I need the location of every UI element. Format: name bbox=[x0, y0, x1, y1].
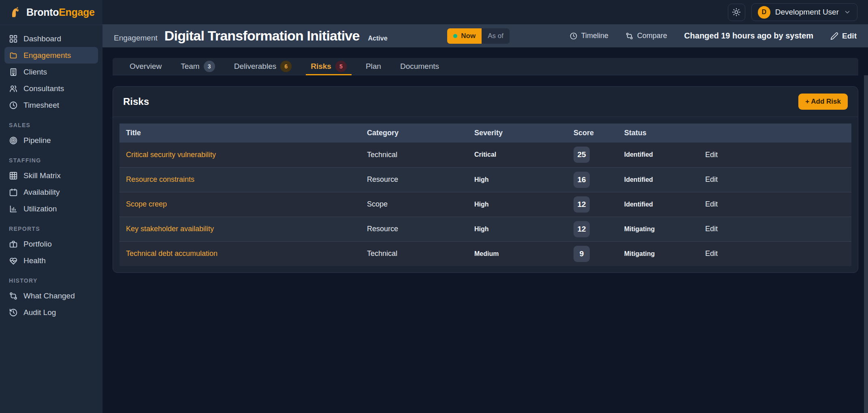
edit-risk-link[interactable]: Edit bbox=[705, 200, 718, 208]
edit-button[interactable]: Edit bbox=[830, 32, 857, 40]
risk-status: Mitigating bbox=[618, 217, 699, 241]
risk-severity: Critical bbox=[468, 143, 567, 167]
tab-documents[interactable]: Documents bbox=[400, 58, 439, 75]
sidebar-item-what-changed[interactable]: What Changed bbox=[4, 287, 98, 304]
sidebar-item-dashboard[interactable]: Dashboard bbox=[4, 30, 98, 47]
risk-score-badge: 12 bbox=[574, 196, 590, 213]
tab-label: Deliverables bbox=[234, 62, 277, 71]
git-compare-icon bbox=[9, 292, 18, 300]
sidebar-section-sales: SALES bbox=[9, 122, 94, 128]
compare-label: Compare bbox=[637, 32, 667, 40]
deliverables-count-badge: 6 bbox=[280, 61, 292, 72]
table-row: Scope creep Scope High 12 Identified Edi… bbox=[119, 192, 851, 217]
compare-button[interactable]: Compare bbox=[625, 32, 667, 40]
sidebar-item-availability[interactable]: Availability bbox=[4, 184, 98, 200]
sidebar-section-reports: REPORTS bbox=[9, 226, 94, 232]
risk-severity: High bbox=[468, 217, 567, 241]
sidebar-item-consultants[interactable]: Consultants bbox=[4, 80, 98, 97]
sidebar-item-label: Portfolio bbox=[23, 240, 52, 249]
column-header-status: Status bbox=[618, 123, 699, 143]
tab-risks[interactable]: Risks5 bbox=[311, 58, 347, 75]
sidebar-item-label: Engagements bbox=[23, 51, 71, 60]
timeline-button[interactable]: Timeline bbox=[569, 32, 608, 40]
tab-team[interactable]: Team3 bbox=[181, 58, 215, 75]
sidebar-item-engagements[interactable]: Engagements bbox=[4, 47, 98, 64]
risk-title-link[interactable]: Critical security vulnerability bbox=[126, 151, 216, 159]
sidebar-item-skill-matrix[interactable]: Skill Matrix bbox=[4, 167, 98, 184]
add-risk-button[interactable]: + Add Risk bbox=[798, 94, 848, 110]
sidebar-item-health[interactable]: Health bbox=[4, 252, 98, 269]
sidebar-item-portfolio[interactable]: Portfolio bbox=[4, 236, 98, 252]
sidebar-item-utilization[interactable]: Utilization bbox=[4, 200, 98, 217]
risk-status: Mitigating bbox=[618, 241, 699, 266]
risk-title-link[interactable]: Resource constraints bbox=[126, 175, 194, 183]
risk-category: Resource bbox=[360, 217, 468, 241]
sidebar-section-history: HISTORY bbox=[9, 277, 94, 284]
user-menu-button[interactable]: D Development User bbox=[751, 3, 857, 21]
edit-label: Edit bbox=[842, 32, 857, 40]
now-toggle-button[interactable]: Now bbox=[447, 28, 482, 44]
tab-strip-container: Overview Team3 Deliverables6 Risks5 Plan… bbox=[102, 47, 868, 75]
column-header-severity: Severity bbox=[468, 123, 567, 143]
risk-score-badge: 12 bbox=[574, 221, 590, 237]
status-badge: Active bbox=[368, 35, 388, 42]
live-dot-icon bbox=[453, 34, 457, 38]
sidebar-item-pipeline[interactable]: Pipeline bbox=[4, 132, 98, 149]
briefcase-icon bbox=[9, 240, 18, 249]
risk-title-link[interactable]: Key stakeholder availability bbox=[126, 225, 214, 233]
pencil-icon bbox=[830, 32, 838, 40]
heart-pulse-icon bbox=[9, 256, 18, 265]
sidebar-item-label: Dashboard bbox=[23, 34, 61, 43]
column-header-category: Category bbox=[360, 123, 468, 143]
column-header-title: Title bbox=[119, 123, 360, 143]
sidebar-item-audit-log[interactable]: Audit Log bbox=[4, 304, 98, 321]
risk-title-link[interactable]: Scope creep bbox=[126, 200, 167, 208]
risk-severity: Medium bbox=[468, 241, 567, 266]
risk-category: Scope bbox=[360, 192, 468, 217]
sidebar-item-label: Timesheet bbox=[23, 101, 59, 110]
time-mode-toggle: Now As of bbox=[447, 28, 510, 44]
risk-status: Identified bbox=[618, 192, 699, 217]
topbar: D Development User bbox=[102, 0, 868, 24]
folder-icon bbox=[9, 51, 18, 60]
target-icon bbox=[9, 136, 18, 145]
sidebar-item-label: Audit Log bbox=[23, 308, 56, 317]
as-of-toggle-button[interactable]: As of bbox=[482, 28, 510, 44]
sidebar-item-label: Pipeline bbox=[23, 136, 51, 145]
git-compare-icon bbox=[625, 32, 633, 40]
sidebar-item-clients[interactable]: Clients bbox=[4, 64, 98, 80]
edit-risk-link[interactable]: Edit bbox=[705, 175, 718, 183]
dashboard-icon bbox=[9, 34, 18, 43]
tab-deliverables[interactable]: Deliverables6 bbox=[234, 58, 292, 75]
risk-title-link[interactable]: Technical debt accumulation bbox=[126, 249, 218, 258]
bar-chart-icon bbox=[9, 204, 18, 213]
tab-label: Documents bbox=[400, 62, 439, 71]
app-window: BrontoEngage Dashboard Engagements Clien… bbox=[0, 0, 868, 413]
sidebar-item-label: Skill Matrix bbox=[23, 171, 61, 180]
risks-panel-header: Risks + Add Risk bbox=[113, 87, 858, 117]
edit-risk-link[interactable]: Edit bbox=[705, 225, 718, 233]
engagement-title-group: Engagement Digital Transformation Initia… bbox=[114, 28, 388, 44]
chevron-down-icon bbox=[844, 9, 851, 16]
theme-toggle-button[interactable] bbox=[728, 4, 745, 21]
clock-icon bbox=[569, 32, 578, 40]
sidebar-nav: Dashboard Engagements Clients Consultant… bbox=[0, 25, 102, 326]
column-header-actions bbox=[699, 123, 851, 143]
edit-risk-link[interactable]: Edit bbox=[705, 249, 718, 258]
risk-category: Technical bbox=[360, 143, 468, 167]
sidebar-item-label: Health bbox=[23, 256, 46, 265]
tab-overview[interactable]: Overview bbox=[130, 58, 162, 75]
users-icon bbox=[9, 84, 18, 93]
sidebar-item-timesheet[interactable]: Timesheet bbox=[4, 97, 98, 113]
brand-logo[interactable]: BrontoEngage bbox=[0, 0, 102, 25]
tab-label: Plan bbox=[366, 62, 381, 71]
vertical-scrollbar[interactable] bbox=[864, 75, 868, 413]
edit-risk-link[interactable]: Edit bbox=[705, 151, 718, 159]
timeline-label: Timeline bbox=[581, 32, 608, 40]
sidebar-item-label: Availability bbox=[23, 188, 60, 197]
history-icon bbox=[9, 308, 18, 317]
risk-severity: High bbox=[468, 192, 567, 217]
tab-plan[interactable]: Plan bbox=[366, 58, 381, 75]
risks-count-badge: 5 bbox=[335, 61, 347, 72]
clock-icon bbox=[9, 101, 18, 110]
